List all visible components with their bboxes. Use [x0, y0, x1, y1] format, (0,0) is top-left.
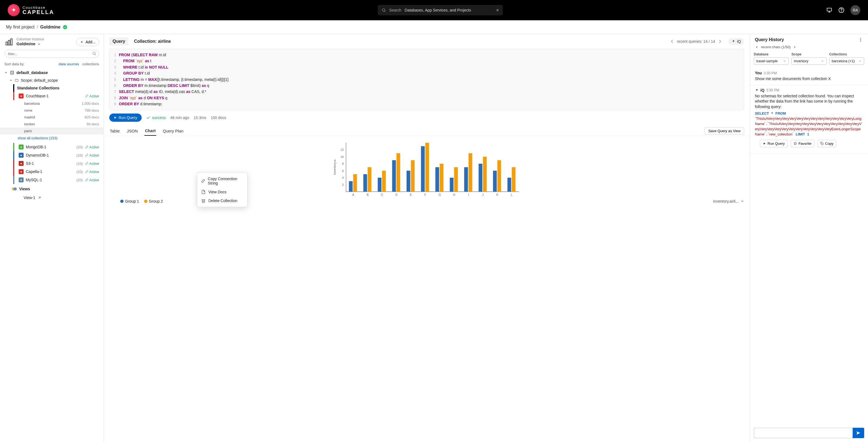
link-icon — [85, 170, 88, 173]
svg-text:A: A — [352, 193, 354, 196]
breadcrumb: My first project / Goldmine — [0, 20, 868, 34]
select-collections[interactable]: barcelona (+1) — [829, 57, 864, 65]
svg-marker-20 — [115, 116, 116, 119]
run-query-button[interactable]: Run Query — [760, 140, 788, 147]
display-icon[interactable] — [826, 7, 832, 13]
svg-rect-9 — [8, 40, 10, 45]
add-button[interactable]: Add... — [76, 38, 99, 46]
ctx-view-docs[interactable]: View Docs — [197, 188, 247, 196]
tab-json[interactable]: JSON — [126, 126, 138, 135]
svg-text:12: 12 — [340, 148, 344, 151]
play-icon — [763, 142, 766, 145]
chat-input[interactable] — [754, 428, 852, 438]
collection-item[interactable]: paris — [0, 128, 103, 134]
search-input[interactable]: Search × — [378, 5, 503, 15]
connection-icon: ● — [19, 94, 24, 98]
breadcrumb-project[interactable]: My first project — [6, 25, 35, 30]
show-all-link[interactable]: show all collections (153) — [0, 134, 103, 143]
chevron-down-icon — [4, 71, 8, 74]
chevron-left-icon[interactable] — [755, 45, 759, 49]
query-editor[interactable]: 1FROM (SELECT RAW m.id2 FROM `xyz` as t3… — [109, 49, 744, 110]
help-icon[interactable] — [838, 7, 844, 13]
tree-connection[interactable]: ● MySQL-1 (10) Active — [0, 176, 103, 184]
breadcrumb-db[interactable]: Goldmine — [40, 25, 60, 30]
ctx-delete-collection[interactable]: Delete Collection — [197, 196, 247, 205]
tab-chart[interactable]: Chart — [145, 126, 156, 136]
svg-point-66 — [860, 38, 861, 39]
svg-text:K: K — [496, 193, 498, 196]
search-field[interactable] — [405, 8, 493, 12]
svg-rect-45 — [421, 146, 425, 192]
svg-point-19 — [14, 187, 17, 191]
svg-rect-58 — [483, 157, 487, 192]
collection-item[interactable]: london50 docs — [0, 121, 103, 128]
collection-item[interactable]: barcelona1,000 docs — [0, 100, 103, 107]
chevron-right-icon[interactable] — [717, 39, 723, 44]
tree-connection[interactable]: ● DynamoDB-1 (10) Active — [0, 151, 103, 159]
sparkle-icon — [732, 39, 736, 43]
chevron-down-icon — [740, 199, 744, 203]
tab-query-plan[interactable]: Query Plan — [162, 126, 184, 135]
svg-rect-31 — [353, 174, 357, 192]
tree-view-item[interactable]: View-1 — [0, 194, 103, 202]
chevron-right-icon[interactable] — [793, 45, 797, 49]
svg-line-14 — [95, 54, 96, 55]
sparkle-icon — [755, 88, 759, 92]
chevron-left-icon[interactable] — [669, 39, 675, 44]
status-ok-icon — [63, 25, 67, 30]
filter-input[interactable] — [4, 50, 99, 58]
svg-rect-49 — [440, 164, 444, 192]
svg-point-67 — [860, 39, 861, 40]
ctx-copy-connection[interactable]: Copy Connection String — [197, 174, 247, 188]
tree-views[interactable]: Views — [0, 184, 103, 194]
svg-text:F: F — [424, 193, 426, 196]
copy-button[interactable]: Copy — [817, 140, 836, 147]
svg-text:D: D — [395, 193, 398, 196]
tree-standalone[interactable]: Standalone Collections — [13, 84, 103, 92]
avatar[interactable]: RA — [850, 5, 860, 15]
sort-collections[interactable]: collections — [82, 62, 99, 66]
tree-database[interactable]: default_database — [0, 69, 103, 76]
svg-rect-8 — [6, 42, 8, 45]
tree-connection[interactable]: ● Couchbase-1 Active — [0, 92, 103, 100]
logo[interactable]: ✦ Couchbase CAPELLA — [8, 4, 54, 16]
query-ago: 46 min ago — [170, 115, 189, 120]
logo-icon: ✦ — [8, 4, 20, 16]
recent-queries: recent queries: 14 / 14 — [669, 39, 723, 44]
search-label: Search — [389, 8, 401, 12]
svg-rect-39 — [392, 160, 396, 192]
svg-rect-34 — [368, 167, 371, 192]
collection-item[interactable]: madrid625 docs — [0, 114, 103, 121]
chevron-down-icon — [821, 60, 824, 63]
tree-connection[interactable]: ● Capella-1 (10) Active — [0, 168, 103, 176]
instance-select[interactable]: Goldmine — [17, 41, 73, 46]
save-query-button[interactable]: Save Query as View — [705, 127, 744, 135]
chat-message-iq: iQ3:30 PM No schemas for selected collec… — [750, 85, 868, 154]
dots-icon[interactable] — [858, 37, 863, 42]
tree-connection[interactable]: ● MongoDB-1 (10) Active — [0, 143, 103, 151]
select-scope[interactable]: inventory — [792, 57, 826, 65]
recent-chats: recent chats (1/50) — [750, 45, 868, 53]
select-database[interactable]: travel-sample — [754, 57, 789, 65]
chart-collection-select[interactable]: inventory.airli... — [713, 199, 744, 203]
tab-query[interactable]: Query — [109, 37, 128, 45]
tree-scope[interactable]: Scope: default_scope — [0, 76, 103, 84]
iq-toggle[interactable]: iQ — [728, 38, 744, 45]
svg-text:J: J — [482, 193, 484, 196]
svg-rect-51 — [450, 178, 454, 192]
sort-data-sources[interactable]: data sources — [59, 62, 79, 66]
svg-text:C: C — [381, 193, 383, 196]
run-query-button[interactable]: Run Query — [109, 113, 142, 122]
tree-connection[interactable]: ● S3-1 (10) Active — [0, 159, 103, 168]
sidebar: Columnar Instance Goldmine Add... Sort d… — [0, 34, 104, 442]
chat-message-user: You3:30 PM Show me some documents from c… — [750, 68, 868, 85]
clear-search-icon[interactable]: × — [496, 7, 499, 13]
tab-table[interactable]: Table — [109, 126, 120, 135]
svg-marker-17 — [10, 80, 12, 81]
favorite-button[interactable]: Favorite — [790, 140, 814, 147]
svg-rect-52 — [454, 167, 458, 192]
collection-item[interactable]: rome780 docs — [0, 107, 103, 114]
send-button[interactable] — [852, 428, 864, 438]
svg-text:L: L — [511, 193, 513, 196]
svg-text:8: 8 — [342, 162, 344, 165]
